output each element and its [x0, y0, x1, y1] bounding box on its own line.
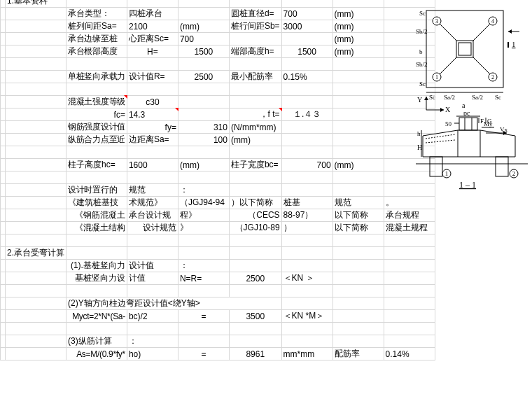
svg-text:4: 4 — [491, 18, 494, 24]
section1-title: 1.基本资料 — [6, 0, 66, 8]
unit-mm: (mm) — [332, 8, 384, 20]
eq2-a: Myct=2*N*(Sa- — [66, 310, 127, 323]
svg-text:3: 3 — [435, 18, 438, 24]
svg-text:G: G — [487, 118, 492, 125]
svg-text:a: a — [462, 102, 465, 109]
eq3-ratio-label: 配筋率 — [332, 348, 384, 360]
svg-marker-35 — [508, 29, 512, 34]
svg-text:h: h — [417, 130, 421, 137]
h-value[interactable]: 1500 — [281, 46, 332, 58]
svg-text:1: 1 — [512, 40, 516, 48]
svg-text:Vx: Vx — [500, 126, 507, 133]
rho-label: 最小配筋率 — [229, 71, 281, 83]
type-label: 承台类型： — [66, 8, 127, 20]
sb-value[interactable]: 3000 — [281, 20, 332, 33]
svg-text:1 – 1: 1 – 1 — [459, 180, 476, 190]
concrete-label: 混凝土强度等级 — [66, 96, 127, 108]
Sg-value[interactable]: 100 — [178, 134, 229, 146]
svg-marker-30 — [424, 97, 428, 100]
svg-text:1: 1 — [435, 74, 438, 80]
svg-text:Sb/2: Sb/2 — [416, 61, 428, 68]
fc-label: fc= — [66, 108, 127, 121]
eq1-unit: ＜KN ＞ — [281, 272, 332, 285]
svg-text:Sb/2: Sb/2 — [416, 28, 428, 35]
H-value[interactable]: 1500 — [178, 46, 229, 58]
R-value[interactable]: 2500 — [178, 71, 229, 83]
eq3-unit: mm*mm — [281, 348, 332, 360]
hc-label: 柱子高度hc= — [66, 159, 127, 172]
svg-text:Y: Y — [417, 96, 422, 104]
H-label2: H= — [127, 46, 178, 58]
svg-rect-2 — [458, 43, 471, 55]
sa-label: 桩列间距Sa= — [66, 20, 127, 33]
svg-text:1: 1 — [445, 170, 449, 177]
svg-text:Sc: Sc — [495, 94, 501, 101]
eq1-value[interactable]: 2500 — [229, 272, 281, 285]
calc3-title: (3)纵筋计算 — [66, 335, 127, 348]
h-label: 端部高度h= — [229, 46, 281, 58]
section2-title: 2.承台受弯计算 — [6, 247, 66, 260]
sc-label2: 心距离Sc= — [127, 33, 178, 46]
section-diagram: bc 50 1 2 My Vx FG h H 1 – 1 — [416, 112, 528, 199]
svg-text:2: 2 — [491, 74, 494, 80]
Sg-label2: 边距离Sa= — [127, 134, 178, 146]
svg-rect-47 — [430, 157, 442, 176]
svg-text:Sc: Sc — [429, 94, 435, 101]
spreadsheet-grid: 1.基本资料 承台类型： 四桩承台 圆桩直径d= 700 (mm) 桩列间距Sa… — [0, 0, 435, 360]
fy-label: 钢筋强度设计值 — [66, 121, 127, 134]
sc-label: 承台边缘至桩 — [66, 33, 127, 46]
fy-label2: fy= — [127, 121, 178, 134]
svg-text:Sa/2: Sa/2 — [444, 94, 455, 101]
R-label: 单桩竖向承载力 — [66, 71, 127, 83]
sb-label: 桩行间距Sb= — [229, 20, 281, 33]
svg-rect-38 — [459, 118, 477, 130]
R-label2: 设计值R= — [127, 71, 178, 83]
calc1-title: (1).基桩竖向力 — [66, 260, 127, 272]
svg-text:50: 50 — [445, 120, 452, 127]
svg-text:Sa/2: Sa/2 — [472, 94, 483, 101]
eq3-a: As=M/(0.9*fy* — [66, 348, 127, 360]
Sg-label: 纵筋合力点至近 — [66, 134, 127, 146]
diameter-label: 圆桩直径d= — [229, 8, 281, 20]
svg-text:b: b — [419, 48, 423, 55]
svg-text:2: 2 — [512, 170, 516, 177]
svg-line-45 — [426, 134, 455, 139]
concrete-value[interactable]: c30 — [127, 96, 178, 108]
ft-value[interactable]: １.４３ — [281, 108, 332, 121]
hc-value[interactable]: 1600 — [127, 159, 178, 172]
spec2-a: 《钢筋混凝土 — [66, 209, 127, 222]
diameter-value[interactable]: 700 — [281, 8, 332, 20]
eq2-unit: ＜KN *M＞ — [281, 310, 332, 323]
plan-diagram: 3 4 1 2 Sc Sb/2 Sb/2 Sc b Sc Sa/2 Sa/2 S… — [416, 7, 521, 115]
sa-value[interactable]: 2100 — [127, 20, 178, 33]
eq2-value[interactable]: 3500 — [229, 310, 281, 323]
svg-rect-48 — [496, 157, 508, 176]
svg-text:bc: bc — [463, 112, 470, 117]
ft-label: ，f t= — [229, 108, 281, 121]
spec-label: 设计时置行的 — [66, 184, 127, 197]
svg-line-46 — [426, 140, 455, 143]
fc-value[interactable]: 14.3 — [127, 108, 178, 121]
spec1-a: 《建筑桩基技 — [66, 197, 127, 209]
type-value[interactable]: 四桩承台 — [127, 8, 178, 20]
svg-text:Sc: Sc — [419, 80, 426, 88]
sc-value[interactable]: 700 — [178, 33, 229, 46]
svg-text:X: X — [445, 106, 451, 112]
calc2-title: (2)Y轴方向柱边弯距设计值<绕Y轴> — [66, 298, 282, 310]
eq1-a: 基桩竖向力设 — [66, 272, 127, 285]
svg-text:F: F — [480, 118, 484, 125]
bc-value[interactable]: 700 — [281, 159, 332, 172]
rho-value[interactable]: 0.15% — [281, 71, 332, 83]
fy-value[interactable]: 310 — [178, 121, 229, 134]
H-label: 承台根部高度 — [66, 46, 127, 58]
eq3-ratio-value[interactable]: 0.14% — [384, 348, 435, 360]
svg-rect-1 — [456, 41, 473, 57]
spec3-a: 《混凝土结构 — [66, 222, 127, 234]
bc-label: 柱子宽度bc= — [229, 159, 281, 172]
eq3-value[interactable]: 8961 — [229, 348, 281, 360]
fy-unit: (N/mm*mm) — [229, 121, 281, 134]
svg-text:Sc: Sc — [419, 10, 426, 17]
spec-label2: 规范 — [127, 184, 178, 197]
